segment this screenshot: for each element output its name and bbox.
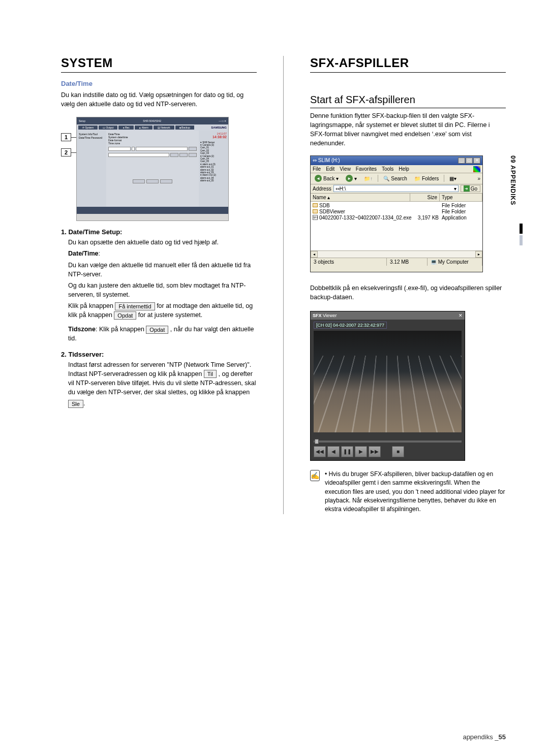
viewer-close-button[interactable]: ✕ xyxy=(459,313,463,318)
minimize-button[interactable]: _ xyxy=(458,158,465,164)
column-divider xyxy=(283,56,284,514)
step2-head: 2. Tidsserver: xyxy=(61,351,257,358)
step1-p2: Du kan vælge den aktuelle tid manuelt el… xyxy=(68,261,257,279)
video-overlay-label: [CH 02] 04-02-2007 22:32:42:977 xyxy=(314,322,387,329)
note-icon: ✍ xyxy=(310,470,320,481)
btn-til[interactable]: Til xyxy=(204,370,217,378)
datetime-bold: Date/Time xyxy=(68,250,99,257)
btn-opdat-1[interactable]: Opdat xyxy=(114,311,136,320)
rewind-button[interactable]: ◀ xyxy=(327,446,340,457)
date-time-heading: Date/Time xyxy=(61,80,257,87)
list-item[interactable]: SDB File Folder xyxy=(313,203,480,208)
btn-opdat-2[interactable]: Opdat xyxy=(146,326,168,334)
toolbar-more-icon[interactable]: » xyxy=(477,176,480,181)
status-count: 3 objects xyxy=(311,258,387,266)
forward-button[interactable]: ► ▾ xyxy=(344,174,359,182)
views-button[interactable]: ▦▾ xyxy=(447,174,459,182)
folder-icon xyxy=(313,209,318,213)
search-button[interactable]: 🔍 Search xyxy=(381,174,409,182)
address-label: Address xyxy=(313,186,331,192)
callout-2: 2 xyxy=(61,148,71,156)
windows-flag-icon xyxy=(473,166,480,172)
sfx-intro: Denne funktion flytter SFX-backup-filen … xyxy=(310,111,506,148)
go-button[interactable]: ➜Go xyxy=(461,185,480,192)
up-button[interactable]: 📁↑ xyxy=(362,174,375,182)
col-size[interactable]: Size xyxy=(410,194,440,201)
maximize-button[interactable]: ▭ xyxy=(466,158,473,164)
after-explorer: Dobbeltklik på en eksekveringsfil (.exe-… xyxy=(310,284,506,302)
system-title: SYSTEM xyxy=(61,56,257,73)
folders-button[interactable]: 📁 Folders xyxy=(412,174,441,182)
sfx-title: SFX-AFSPILLER xyxy=(310,56,506,73)
seek-slider[interactable] xyxy=(314,439,462,444)
exe-icon: SFX xyxy=(313,215,318,220)
step1-p4: Klik på knappen Få internettid for at mo… xyxy=(68,301,257,320)
h-scrollbar[interactable]: ◄► xyxy=(311,250,482,258)
col-name[interactable]: Name ▴ xyxy=(311,194,410,201)
step2-p: Indtast først adressen for serveren "NTP… xyxy=(68,360,257,397)
menu-view[interactable]: View xyxy=(340,166,351,172)
folder-icon xyxy=(313,203,318,207)
viewer-title: Viewer xyxy=(323,313,337,318)
page-footer: appendiks _55 xyxy=(463,733,506,741)
date-time-intro: Du kan indstille dato og tid. Vælg opsæt… xyxy=(61,90,257,109)
play-button[interactable]: ▶ xyxy=(355,446,367,457)
menu-edit[interactable]: Edit xyxy=(326,166,334,172)
stop-button[interactable]: ■ xyxy=(392,446,404,457)
menu-bar: File Edit View Favorites Tools Help xyxy=(311,165,482,173)
status-loc: 💻 My Computer xyxy=(428,258,482,266)
step1-tz: Tidszone: Klik på knappen Opdat , når du… xyxy=(68,325,257,343)
back-button[interactable]: ◄Back ▾ xyxy=(313,174,341,182)
sfx-viewer-window: SFX Viewer ✕ [CH 02] 04-02-2007 22:32:42… xyxy=(310,311,465,461)
list-item[interactable]: SFX04022007-1332~04022007-1334_02.exe 3,… xyxy=(313,215,480,220)
datetime-screenshot: 1 2 Setup SHR-5040/5042 — □ ✕ ⟳ System▭ … xyxy=(61,117,257,221)
menu-help[interactable]: Help xyxy=(399,166,409,172)
file-list: SDB File Folder SDBViewer File Folder SF… xyxy=(311,202,482,250)
video-frame xyxy=(314,331,462,432)
address-field[interactable]: ⇔ H:\▾ xyxy=(333,185,459,192)
sfx-h2: Start af SFX-afspilleren xyxy=(310,94,506,108)
status-size: 3.12 MB xyxy=(387,258,428,266)
side-index-bars xyxy=(520,224,523,247)
step1-p1: Du kan opsætte den aktuelle dato og tid … xyxy=(68,238,257,247)
explorer-title: SLIM (H:) xyxy=(318,158,340,163)
col-type[interactable]: Type xyxy=(440,194,482,201)
step1-head: 1. Date/Time Setup: xyxy=(61,228,257,236)
btn-sle[interactable]: Sle xyxy=(68,400,83,408)
explorer-window: ⇔ SLIM (H:) _ ▭ ✕ File Edit View Favorit… xyxy=(310,155,483,272)
step1-p3: Og du kan justere den aktuelle tid, som … xyxy=(68,281,257,299)
pause-button[interactable]: ❚❚ xyxy=(341,446,353,457)
menu-file[interactable]: File xyxy=(313,166,321,172)
rewind-fast-button[interactable]: ◀◀ xyxy=(314,446,326,457)
note-text: • Hvis du bruger SFX-afspilleren, bliver… xyxy=(325,470,506,514)
list-item[interactable]: SDBViewer File Folder xyxy=(313,209,480,214)
forward-fast-button[interactable]: ▶▶ xyxy=(369,446,381,457)
callout-1: 1 xyxy=(61,133,71,141)
side-tab-label: 09 APPENDIKS xyxy=(509,155,516,205)
close-button[interactable]: ✕ xyxy=(473,158,480,164)
menu-tools[interactable]: Tools xyxy=(382,166,393,172)
menu-favorites[interactable]: Favorites xyxy=(356,166,377,172)
btn-internettid[interactable]: Få internettid xyxy=(115,302,155,310)
